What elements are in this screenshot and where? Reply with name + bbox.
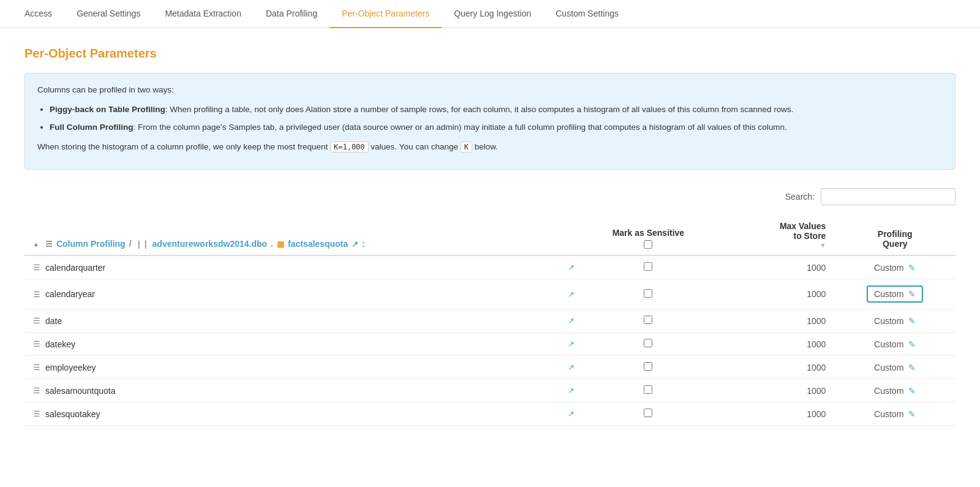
- profiling-query-highlighted[interactable]: Custom ✎: [867, 285, 923, 303]
- max-values-cell: 1000: [714, 356, 835, 379]
- row-external-link-icon[interactable]: ↗: [568, 263, 575, 272]
- column-row-icon: ☰: [33, 339, 40, 349]
- edit-pencil-icon[interactable]: ✎: [908, 316, 916, 326]
- column-name: date: [45, 316, 62, 326]
- sensitive-checkbox-1[interactable]: [644, 262, 652, 271]
- info-list-item: Full Column Profiling: From the column p…: [50, 121, 943, 134]
- search-input[interactable]: [821, 188, 956, 205]
- info-box: Columns can be profiled in two ways: Pig…: [24, 73, 956, 170]
- edit-pencil-icon[interactable]: ✎: [908, 289, 916, 299]
- max-values-cell: 1000: [714, 333, 835, 356]
- column-section-icon: ☰: [45, 240, 53, 249]
- table-row: ☰ salesquotakey ↗ 1000 Custom ✎: [24, 402, 956, 426]
- col-header-max-values: Max Valuesto Store: [780, 221, 826, 241]
- sensitive-checkbox-7[interactable]: [644, 409, 652, 417]
- row-external-link-icon[interactable]: ↗: [568, 386, 575, 395]
- page-title: Per-Object Parameters: [24, 47, 956, 61]
- tab-per-object-parameters[interactable]: Per-Object Parameters: [330, 0, 442, 28]
- sensitive-checkbox-4[interactable]: [644, 339, 652, 347]
- sensitive-checkbox-3[interactable]: [644, 315, 652, 324]
- tab-custom-settings[interactable]: Custom Settings: [543, 0, 631, 28]
- sensitive-checkbox-5[interactable]: [644, 362, 652, 371]
- table-row: ☰ date ↗ 1000 Custom ✎: [24, 309, 956, 333]
- info-intro: Columns can be profiled in two ways:: [37, 83, 943, 97]
- sort-arrow-icon[interactable]: ▲: [33, 241, 39, 247]
- max-values-filter-icon[interactable]: ▼: [820, 242, 826, 249]
- max-values-cell: 1000: [714, 255, 835, 279]
- col-header-profiling: ProfilingQuery: [878, 229, 913, 249]
- data-table: ▲ ☰ Column Profiling / ❘❘ adventureworks…: [24, 215, 956, 426]
- info-footer: When storing the histogram of a column p…: [37, 140, 943, 154]
- tab-query-log-ingestion[interactable]: Query Log Ingestion: [442, 0, 543, 28]
- edit-pencil-icon[interactable]: ✎: [908, 386, 916, 396]
- col-header-sensitive: Mark as Sensitive: [612, 228, 685, 238]
- column-row-icon: ☰: [33, 316, 40, 325]
- sensitive-checkbox-2[interactable]: [644, 289, 652, 298]
- search-row: Search:: [24, 188, 956, 205]
- column-name: calendaryear: [45, 289, 95, 299]
- edit-pencil-icon[interactable]: ✎: [908, 263, 916, 273]
- row-external-link-icon[interactable]: ↗: [568, 290, 575, 299]
- profiling-text: Custom: [874, 363, 903, 372]
- column-row-icon: ☰: [33, 290, 40, 299]
- nav-tabs: AccessGeneral SettingsMetadata Extractio…: [0, 0, 980, 28]
- profiling-query-cell: Custom ✎: [843, 316, 947, 326]
- profiling-query-cell: Custom ✎: [843, 363, 947, 372]
- tab-data-profiling[interactable]: Data Profiling: [254, 0, 330, 28]
- search-label: Search:: [785, 192, 815, 202]
- breadcrumb-column-profiling[interactable]: Column Profiling: [56, 239, 126, 249]
- table-grid-icon: ▦: [277, 240, 284, 249]
- column-name: calendarquarter: [45, 263, 105, 273]
- tab-access[interactable]: Access: [12, 0, 64, 28]
- table-row: ☰ datekey ↗ 1000 Custom ✎: [24, 333, 956, 356]
- sensitive-checkbox-6[interactable]: [644, 385, 652, 394]
- edit-pencil-icon[interactable]: ✎: [908, 339, 916, 349]
- column-row-icon: ☰: [33, 409, 40, 418]
- column-name: employeekey: [45, 363, 96, 372]
- max-values-cell: 1000: [714, 309, 835, 333]
- table-row: ☰ calendaryear ↗ 1000 Custom ✎: [24, 279, 956, 309]
- profiling-text: Custom: [874, 409, 903, 419]
- profiling-query-cell: Custom ✎: [843, 339, 947, 349]
- column-name: datekey: [45, 339, 75, 349]
- profiling-text: Custom: [874, 386, 903, 396]
- profiling-query-cell: Custom ✎: [843, 409, 947, 419]
- column-name: salesamountquota: [45, 386, 115, 396]
- profiling-query-cell: Custom ✎: [843, 386, 947, 396]
- profiling-text: Custom: [874, 263, 903, 273]
- col-header-name: ☰ Column Profiling / ❘❘ adventureworksdw…: [45, 239, 365, 249]
- max-values-cell: 1000: [714, 279, 835, 309]
- profiling-text: Custom: [874, 316, 903, 326]
- breadcrumb-table[interactable]: factsalesquota: [288, 239, 348, 249]
- profiling-text: Custom: [874, 289, 903, 299]
- column-row-icon: ☰: [33, 386, 40, 395]
- column-row-icon: ☰: [33, 263, 40, 272]
- info-list-item: Piggy-back on Table Profiling: When prof…: [50, 103, 943, 116]
- profiling-query-cell: Custom ✎: [843, 263, 947, 273]
- breadcrumb-db[interactable]: adventureworksdw2014.dbo: [153, 239, 268, 249]
- column-name: salesquotakey: [45, 409, 100, 419]
- sensitive-header-checkbox[interactable]: [644, 240, 652, 249]
- row-external-link-icon[interactable]: ↗: [568, 409, 575, 418]
- table-row: ☰ calendarquarter ↗ 1000 Custom ✎: [24, 255, 956, 279]
- tab-metadata-extraction[interactable]: Metadata Extraction: [153, 0, 254, 28]
- row-external-link-icon[interactable]: ↗: [568, 363, 575, 372]
- tab-general-settings[interactable]: General Settings: [64, 0, 153, 28]
- info-list: Piggy-back on Table Profiling: When prof…: [37, 103, 943, 134]
- profiling-text: Custom: [874, 339, 903, 349]
- column-row-icon: ☰: [33, 363, 40, 372]
- row-external-link-icon[interactable]: ↗: [568, 339, 575, 349]
- edit-pencil-icon[interactable]: ✎: [908, 363, 916, 372]
- max-values-cell: 1000: [714, 402, 835, 426]
- row-external-link-icon[interactable]: ↗: [568, 316, 575, 325]
- edit-pencil-icon[interactable]: ✎: [908, 409, 916, 419]
- max-values-cell: 1000: [714, 379, 835, 402]
- table-external-link-icon[interactable]: ↗: [352, 240, 358, 249]
- table-row: ☰ employeekey ↗ 1000 Custom ✎: [24, 356, 956, 379]
- table-row: ☰ salesamountquota ↗ 1000 Custom ✎: [24, 379, 956, 402]
